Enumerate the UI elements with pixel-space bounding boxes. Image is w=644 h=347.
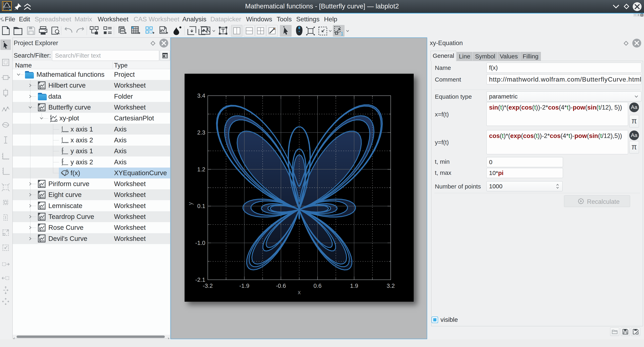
svg-text:-3.2: -3.2	[203, 283, 213, 289]
svg-text:-1.9: -1.9	[240, 283, 250, 289]
svg-text:0.6: 0.6	[314, 283, 322, 289]
svg-text:y: y	[187, 202, 194, 205]
svg-text:-0.6: -0.6	[276, 283, 286, 289]
svg-text:-1.0: -1.0	[195, 240, 205, 246]
svg-text:3.4: 3.4	[197, 92, 205, 99]
svg-text:2.3: 2.3	[197, 129, 205, 136]
svg-text:1.2: 1.2	[197, 166, 205, 173]
svg-text:3.2: 3.2	[387, 283, 395, 289]
svg-text:x: x	[298, 289, 301, 296]
svg-text:-2.1: -2.1	[195, 277, 205, 283]
svg-text:1: 1	[340, 31, 343, 37]
svg-text:0.1: 0.1	[197, 203, 205, 209]
svg-text:1.9: 1.9	[350, 283, 358, 289]
